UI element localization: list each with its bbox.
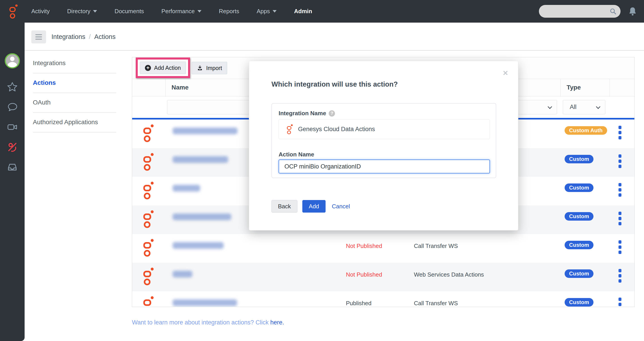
column-header-name[interactable]: Name	[172, 84, 188, 91]
integration-name-label: Integration Name ?	[278, 110, 335, 117]
type-filter-select[interactable]: All	[563, 100, 605, 114]
row-menu-icon[interactable]	[618, 240, 622, 254]
add-action-button[interactable]: + Add Action	[140, 62, 186, 74]
action-name-link-redacted[interactable]	[173, 185, 200, 192]
column-header-type[interactable]: Type	[567, 84, 581, 91]
action-name-link-redacted[interactable]	[173, 242, 224, 249]
phone-disabled-icon[interactable]	[6, 141, 18, 153]
nav-item-directory[interactable]: Directory	[67, 8, 97, 15]
top-nav: ActivityDirectoryDocumentsPerformanceRep…	[0, 0, 644, 23]
integration-select[interactable]: Genesys Cloud Data Actions	[278, 119, 490, 139]
genesys-logo	[143, 268, 154, 285]
nav-item-apps[interactable]: Apps	[257, 8, 276, 15]
app-root: ActivityDirectoryDocumentsPerformanceRep…	[0, 0, 644, 341]
notifications-icon[interactable]	[628, 6, 638, 17]
chevron-down-icon	[272, 10, 276, 13]
row-menu-icon[interactable]	[618, 183, 622, 197]
row-menu-icon[interactable]	[618, 126, 622, 139]
row-menu-icon[interactable]	[618, 297, 622, 307]
menu-toggle-icon[interactable]	[31, 31, 46, 44]
breadcrumb: Integrations / Actions	[52, 33, 116, 41]
genesys-logo	[143, 210, 154, 228]
integration-name: Call Transfer WS	[414, 300, 458, 307]
cancel-link[interactable]: Cancel	[332, 203, 350, 210]
video-camera-icon[interactable]	[6, 121, 18, 133]
import-icon	[197, 65, 203, 71]
action-name-input[interactable]	[278, 160, 490, 173]
genesys-logo	[143, 296, 154, 307]
genesys-logo[interactable]	[10, 5, 18, 18]
breadcrumb-integrations[interactable]: Integrations	[52, 33, 86, 41]
row-menu-icon[interactable]	[618, 212, 622, 225]
add-action-modal: ✕ Which integration will use this action…	[249, 61, 518, 230]
learn-more-link[interactable]: here	[270, 319, 282, 326]
genesys-logo	[143, 182, 154, 199]
modal-buttons: Back Add Cancel	[272, 200, 350, 213]
action-name-link-redacted[interactable]	[173, 271, 192, 277]
sidebar-item-oauth[interactable]: OAuth	[33, 93, 116, 112]
genesys-logo	[143, 124, 154, 142]
header-divider	[24, 50, 644, 51]
type-badge: Custom	[564, 298, 594, 306]
chat-icon[interactable]	[6, 101, 18, 113]
action-name-link-redacted[interactable]	[173, 299, 237, 306]
row-menu-icon[interactable]	[618, 269, 622, 283]
sidebar-item-integrations[interactable]: Integrations	[33, 54, 116, 73]
settings-menu: IntegrationsActionsOAuthAuthorized Appli…	[33, 54, 116, 132]
add-button[interactable]: Add	[302, 200, 326, 213]
avatar[interactable]	[5, 53, 20, 69]
action-name-link-redacted[interactable]	[173, 128, 238, 134]
nav-item-reports[interactable]: Reports	[219, 8, 239, 15]
breadcrumb-separator: /	[89, 33, 91, 41]
chevron-down-icon	[93, 10, 97, 13]
close-icon[interactable]: ✕	[503, 69, 508, 77]
status-text: Not Published	[346, 242, 382, 249]
table-row: Not PublishedWeb Services Data ActionsCu…	[132, 263, 634, 291]
table-row: PublishedCall Transfer WSCustom	[132, 291, 634, 307]
add-action-highlight: + Add Action	[136, 58, 190, 78]
inbox-icon[interactable]	[6, 161, 18, 173]
integration-select-value: Genesys Cloud Data Actions	[298, 126, 375, 133]
type-badge: Custom	[564, 155, 594, 163]
sidebar-item-authorized-applications[interactable]: Authorized Applications	[33, 113, 116, 132]
learn-more-note: Want to learn more about integration act…	[132, 319, 284, 326]
modal-form-panel: Integration Name ? Genesys Cloud Data Ac…	[272, 103, 496, 178]
main-nav: ActivityDirectoryDocumentsPerformanceRep…	[31, 0, 312, 23]
type-badge: Custom	[564, 241, 594, 249]
divider	[33, 132, 116, 132]
search-input[interactable]	[544, 6, 607, 16]
import-button[interactable]: Import	[192, 62, 227, 74]
sidebar-item-actions[interactable]: Actions	[33, 73, 116, 93]
help-icon[interactable]: ?	[329, 110, 335, 117]
genesys-logo	[287, 124, 293, 134]
nav-item-admin[interactable]: Admin	[294, 8, 312, 15]
chevron-down-icon	[548, 105, 552, 109]
chevron-down-icon	[596, 105, 600, 109]
plus-icon: +	[145, 65, 151, 71]
sidebar: ?	[0, 23, 24, 341]
type-badge: Custom	[564, 212, 594, 221]
type-badge: Custom	[564, 269, 594, 278]
integration-name: Web Services Data Actions	[414, 271, 484, 278]
action-name-link-redacted[interactable]	[173, 213, 231, 220]
search-icon[interactable]	[609, 8, 617, 15]
action-name-label: Action Name	[278, 151, 314, 158]
nav-item-documents[interactable]: Documents	[114, 8, 144, 15]
status-text: Published	[346, 300, 372, 307]
modal-title: Which integration will use this action?	[272, 80, 398, 88]
chevron-down-icon	[198, 10, 202, 13]
table-row: Not PublishedCall Transfer WSCustom	[132, 234, 634, 263]
genesys-logo	[143, 153, 154, 171]
nav-item-performance[interactable]: Performance	[162, 8, 202, 15]
action-name-link-redacted[interactable]	[173, 156, 228, 163]
genesys-logo	[143, 239, 154, 256]
favorites-star-icon[interactable]	[6, 81, 18, 93]
integration-name: Call Transfer WS	[414, 242, 458, 249]
nav-item-activity[interactable]: Activity	[31, 8, 50, 15]
breadcrumb-actions: Actions	[94, 33, 116, 41]
back-button[interactable]: Back	[272, 200, 298, 213]
row-menu-icon[interactable]	[618, 154, 622, 168]
status-text: Not Published	[346, 271, 382, 278]
type-badge: Custom Auth	[564, 126, 607, 135]
search-box	[539, 5, 620, 18]
